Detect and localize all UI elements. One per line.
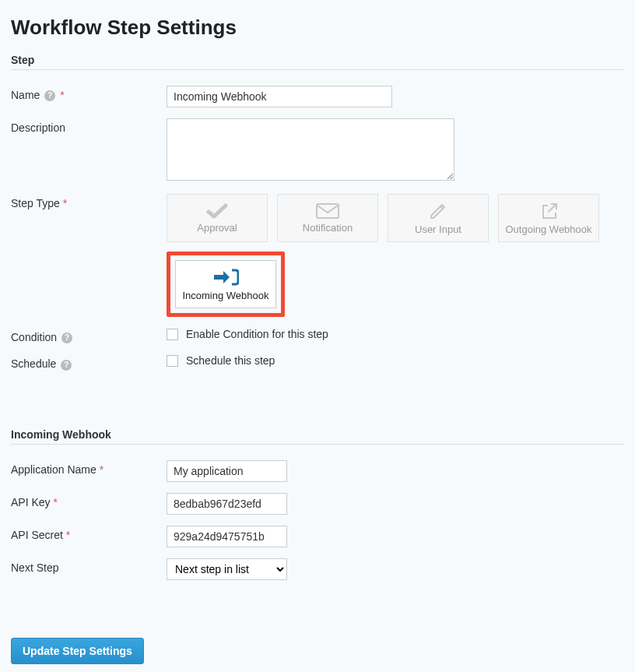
external-link-icon <box>539 202 559 220</box>
condition-label: Condition ? <box>11 328 167 343</box>
description-label: Description <box>11 118 167 134</box>
webhook-section-header: Incoming Webhook <box>11 428 624 445</box>
question-icon: ? <box>61 332 72 343</box>
steptype-userinput[interactable]: User Input <box>388 194 489 242</box>
condition-checkbox[interactable] <box>167 329 178 340</box>
steptype-outgoingwebhook[interactable]: Outgoing Webhook <box>498 194 599 242</box>
name-input[interactable] <box>167 86 392 107</box>
apikey-label: API Key * <box>11 493 167 508</box>
condition-checkbox-label: Enable Condition for this step <box>186 328 328 340</box>
check-icon <box>206 203 228 219</box>
incoming-arrow-icon <box>212 268 239 287</box>
envelope-icon <box>316 203 339 219</box>
appname-input[interactable] <box>167 460 287 482</box>
appname-label: Application Name * <box>11 460 167 476</box>
pencil-icon <box>429 202 447 220</box>
steptype-incomingwebhook[interactable]: Incoming Webhook <box>175 260 276 308</box>
steptype-label: Step Type * <box>11 194 167 209</box>
nextstep-label: Next Step <box>11 558 167 574</box>
schedule-checkbox-label: Schedule this step <box>186 354 275 367</box>
steptype-approval[interactable]: Approval <box>167 194 268 242</box>
steptype-notification[interactable]: Notification <box>277 194 378 242</box>
svg-rect-0 <box>317 204 339 218</box>
description-textarea[interactable] <box>167 118 454 181</box>
schedule-label: Schedule ? <box>11 354 167 370</box>
steptype-highlight: Incoming Webhook <box>167 252 285 317</box>
schedule-checkbox[interactable] <box>167 355 178 367</box>
apisecret-input[interactable] <box>167 526 287 547</box>
apikey-input[interactable] <box>167 493 287 515</box>
page-title: Workflow Step Settings <box>11 16 624 40</box>
step-section-header: Step <box>11 54 624 70</box>
apisecret-label: API Secret * <box>11 526 167 541</box>
nextstep-select[interactable]: Next step in list <box>167 558 287 580</box>
update-step-button[interactable]: Update Step Settings <box>11 638 144 664</box>
question-icon: ? <box>61 360 72 371</box>
name-label: Name ? * <box>11 86 167 101</box>
question-icon: ? <box>44 90 55 101</box>
